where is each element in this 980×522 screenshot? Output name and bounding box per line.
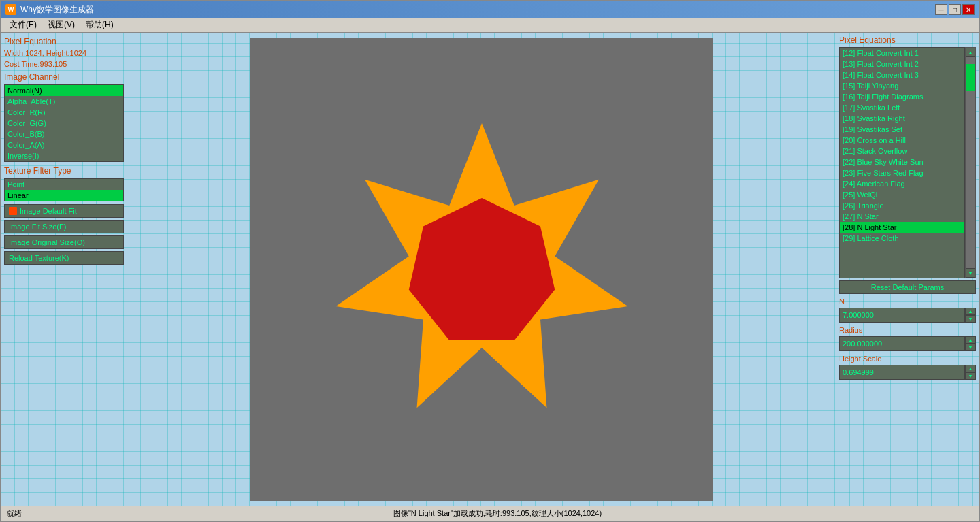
channel-color-g[interactable]: Color_G(G) — [5, 118, 123, 129]
reset-default-params-button[interactable]: Reset Default Params — [839, 280, 976, 294]
default-fit-icon — [9, 207, 17, 215]
status-bar: 就绪 图像"N Light Star"加载成功,耗时:993.105,纹理大小(… — [1, 506, 979, 521]
cost-time: Cost Time:993.105 — [4, 60, 124, 68]
window-title: Why数学图像生成器 — [20, 4, 94, 16]
menu-view[interactable]: 视图(V) — [42, 18, 80, 32]
equation-scrollbar[interactable]: ▲ ▼ — [965, 47, 976, 278]
channel-color-b[interactable]: Color_B(B) — [5, 129, 123, 140]
button-row: Image Default Fit Image Fit Size(F) Imag… — [4, 204, 124, 265]
eq-item-17[interactable]: [17] Svastika Left — [840, 102, 964, 113]
eq-item-13[interactable]: [13] Float Convert Int 2 — [840, 59, 964, 69]
canvas-area — [127, 33, 836, 506]
eq-item-25[interactable]: [25] WeiQi — [840, 189, 964, 200]
scroll-track — [966, 57, 975, 268]
maximize-button[interactable]: □ — [949, 4, 961, 15]
main-window: W Why数学图像生成器 ─ □ ✕ 文件(E) 视图(V) 帮助(H) Pix… — [0, 0, 980, 522]
channel-alpha[interactable]: Alpha_Able(T) — [5, 96, 123, 107]
channel-color-a[interactable]: Color_A(A) — [5, 140, 123, 150]
image-default-fit-button[interactable]: Image Default Fit — [4, 204, 124, 218]
param-radius-down[interactable]: ▼ — [965, 344, 976, 351]
param-radius-label: Radius — [839, 326, 976, 334]
scroll-down-arrow[interactable]: ▼ — [966, 268, 975, 278]
eq-item-26[interactable]: [26] Triangle — [840, 200, 964, 211]
eq-item-22[interactable]: [22] Blue Sky White Sun — [840, 157, 964, 167]
eq-item-21[interactable]: [21] Stack Overflow — [840, 146, 964, 157]
eq-item-16[interactable]: [16] Taiji Eight Diagrams — [840, 91, 964, 102]
star-rendering — [250, 38, 713, 501]
eq-item-19[interactable]: [19] Svastikas Set — [840, 124, 964, 135]
eq-item-12[interactable]: [12] Float Convert Int 1 — [840, 48, 964, 59]
eq-item-27[interactable]: [27] N Star — [840, 211, 964, 222]
close-button[interactable]: ✕ — [962, 4, 975, 15]
param-n-spinners: ▲ ▼ — [965, 308, 976, 323]
equation-list: [12] Float Convert Int 1 [13] Float Conv… — [839, 47, 965, 278]
status-center: 图像"N Light Star"加载成功,耗时:993.105,纹理大小(102… — [35, 508, 960, 519]
eq-item-20[interactable]: [20] Cross on a Hill — [840, 135, 964, 146]
texture-filter-label: Texture Filter Type — [4, 166, 124, 176]
channel-list: Normal(N) Alpha_Able(T) Color_R(R) Color… — [4, 84, 124, 162]
equation-list-wrapper: [12] Float Convert Int 1 [13] Float Conv… — [839, 47, 976, 278]
eq-item-14[interactable]: [14] Float Convert Int 3 — [840, 69, 964, 80]
image-original-size-button[interactable]: Image Original Size(O) — [4, 235, 124, 249]
menu-file[interactable]: 文件(E) — [4, 18, 42, 32]
param-height-scale-up[interactable]: ▲ — [965, 365, 976, 372]
param-radius-row: ▲ ▼ — [839, 336, 976, 351]
reload-texture-button[interactable]: Reload Texture(K) — [4, 251, 124, 265]
channel-color-r[interactable]: Color_R(R) — [5, 107, 123, 118]
filter-list: Point Linear — [4, 178, 124, 201]
param-n-label: N — [839, 297, 976, 306]
param-height-scale-row: ▲ ▼ — [839, 365, 976, 380]
param-height-scale-down[interactable]: ▼ — [965, 372, 976, 380]
pixel-equation-label: Pixel Equation — [4, 37, 124, 46]
eq-item-24[interactable]: [24] American Flag — [840, 178, 964, 189]
param-n-row: ▲ ▼ — [839, 308, 976, 323]
param-radius-input[interactable] — [839, 336, 965, 351]
eq-item-23[interactable]: [23] Five Stars Red Flag — [840, 167, 964, 178]
main-area: Pixel Equation Width:1024, Height:1024 C… — [1, 33, 979, 506]
filter-linear[interactable]: Linear — [5, 190, 123, 201]
pixel-equations-label: Pixel Equations — [839, 35, 976, 45]
param-height-scale-input[interactable] — [839, 365, 965, 380]
eq-item-15[interactable]: [15] Taiji Yinyang — [840, 80, 964, 91]
canvas-image — [250, 38, 713, 501]
scroll-thumb[interactable] — [966, 64, 975, 91]
size-info: Width:1024, Height:1024 — [4, 49, 124, 57]
eq-item-28[interactable]: [28] N Light Star — [840, 222, 964, 233]
status-left: 就绪 — [7, 508, 22, 519]
filter-point[interactable]: Point — [5, 179, 123, 190]
minimize-button[interactable]: ─ — [935, 4, 947, 15]
scroll-up-arrow[interactable]: ▲ — [966, 48, 975, 57]
app-icon: W — [5, 4, 16, 15]
param-n-input[interactable] — [839, 308, 965, 323]
title-bar-left: W Why数学图像生成器 — [5, 4, 94, 16]
menu-bar: 文件(E) 视图(V) 帮助(H) — [1, 18, 979, 33]
param-n-down[interactable]: ▼ — [965, 315, 976, 323]
left-panel: Pixel Equation Width:1024, Height:1024 C… — [1, 33, 127, 506]
eq-item-29[interactable]: [29] Lattice Cloth — [840, 233, 964, 244]
title-bar-buttons: ─ □ ✕ — [935, 4, 975, 15]
image-fit-size-button[interactable]: Image Fit Size(F) — [4, 220, 124, 233]
right-panel: Pixel Equations [12] Float Convert Int 1… — [836, 33, 979, 506]
channel-normal[interactable]: Normal(N) — [5, 85, 123, 96]
param-radius-spinners: ▲ ▼ — [965, 336, 976, 351]
image-channel-label: Image Channel — [4, 72, 124, 82]
eq-item-18[interactable]: [18] Svastika Right — [840, 113, 964, 124]
param-n-up[interactable]: ▲ — [965, 308, 976, 315]
param-radius-up[interactable]: ▲ — [965, 336, 976, 344]
param-height-scale-label: Height Scale — [839, 355, 976, 363]
param-height-scale-spinners: ▲ ▼ — [965, 365, 976, 380]
title-bar: W Why数学图像生成器 ─ □ ✕ — [1, 1, 979, 18]
channel-inverse[interactable]: Inverse(I) — [5, 150, 123, 161]
menu-help[interactable]: 帮助(H) — [80, 18, 119, 32]
